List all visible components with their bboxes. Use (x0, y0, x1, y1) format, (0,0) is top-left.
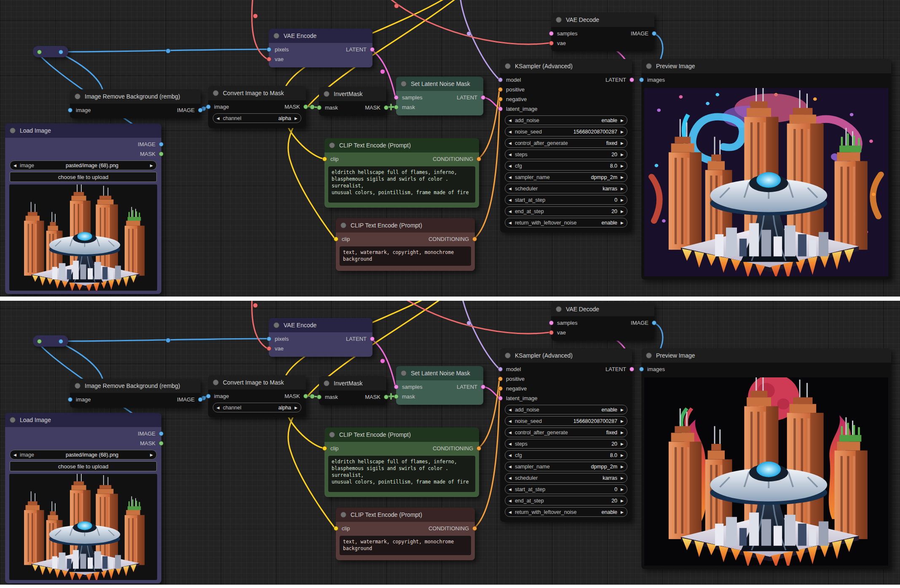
node-rembg[interactable]: Image Remove Background (rembg)imageIMAG… (70, 379, 201, 408)
widget-right-arrow-icon[interactable]: ▶ (150, 453, 153, 457)
reroute-input-dot[interactable] (37, 50, 42, 54)
widget-end-at-step[interactable]: ◀end_at_step20▶ (505, 496, 627, 505)
prompt-textarea[interactable]: text, watermark, copyright, monochrome b… (340, 536, 471, 555)
node-titlebar[interactable]: Set Latent Noise Mask (396, 366, 483, 380)
collapse-dot[interactable] (213, 90, 219, 96)
port-latent-image-input[interactable] (498, 396, 503, 401)
node-preview[interactable]: Preview Imageimages (641, 59, 891, 280)
node-titlebar[interactable]: KSampler (Advanced) (500, 348, 632, 363)
widget-left-arrow-icon[interactable]: ◀ (509, 118, 512, 123)
widget-right-arrow-icon[interactable]: ▶ (621, 130, 624, 134)
widget-return-with-leftover-noise[interactable]: ◀return_with_leftover_noiseenable▶ (505, 507, 627, 517)
widget-right-arrow-icon[interactable]: ▶ (621, 487, 624, 492)
port-latent-output[interactable] (481, 95, 485, 100)
widget-sampler-name[interactable]: ◀sampler_namedpmpp_2m▶ (505, 172, 627, 182)
widget-add-noise[interactable]: ◀add_noiseenable▶ (505, 405, 627, 414)
port-mask-input[interactable] (394, 394, 399, 399)
node-clip-neg[interactable]: CLIP Text Encode (Prompt)clipCONDITIONIN… (336, 218, 475, 271)
port-mask-output[interactable] (159, 441, 163, 446)
port-image-output[interactable] (159, 431, 163, 436)
node-titlebar[interactable]: Image Remove Background (rembg) (70, 379, 201, 393)
widget-start-at-step[interactable]: ◀start_at_step0▶ (505, 195, 627, 205)
reroute-output-dot[interactable] (59, 50, 63, 54)
widget-left-arrow-icon[interactable]: ◀ (217, 406, 220, 410)
port-clip-input[interactable] (334, 526, 338, 531)
collapsed-reroute-node[interactable] (33, 46, 68, 57)
collapse-dot[interactable] (556, 306, 562, 312)
widget-left-arrow-icon[interactable]: ◀ (509, 221, 512, 225)
widget-steps[interactable]: ◀steps20▶ (505, 439, 627, 449)
node-titlebar[interactable]: KSampler (Advanced) (500, 59, 632, 73)
workflow-canvas-top[interactable]: Load ImageIMAGEMASK◀imagepasted/image (6… (0, 0, 900, 297)
widget-right-arrow-icon[interactable]: ▶ (621, 476, 624, 480)
widget-left-arrow-icon[interactable]: ◀ (509, 187, 512, 191)
collapse-dot[interactable] (401, 370, 407, 376)
port-mask-output[interactable] (303, 394, 308, 398)
widget-add-noise[interactable]: ◀add_noiseenable▶ (505, 115, 627, 125)
port-image-output[interactable] (159, 142, 163, 147)
node-set-latent[interactable]: Set Latent Noise MasksamplesLATENTmask (396, 77, 483, 115)
widget-right-arrow-icon[interactable]: ▶ (621, 164, 624, 168)
collapse-dot[interactable] (273, 322, 279, 328)
node-titlebar[interactable]: Image Remove Background (rembg) (70, 89, 201, 104)
port-negative-input[interactable] (498, 97, 503, 102)
node-titlebar[interactable]: VAE Encode (269, 29, 372, 43)
widget-right-arrow-icon[interactable]: ▶ (621, 198, 624, 202)
widget-left-arrow-icon[interactable]: ◀ (509, 487, 512, 492)
prompt-textarea[interactable]: eldritch hellscape full of flames, infer… (328, 166, 475, 203)
widget-sampler-name[interactable]: ◀sampler_namedpmpp_2m▶ (505, 462, 627, 471)
node-titlebar[interactable]: Preview Image (641, 59, 891, 73)
widget-left-arrow-icon[interactable]: ◀ (509, 499, 512, 503)
node-titlebar[interactable]: Load Image (5, 413, 161, 427)
node-titlebar[interactable]: CLIP Text Encode (Prompt) (336, 218, 475, 233)
port-pixels-input[interactable] (267, 47, 271, 52)
port-image-output[interactable] (198, 397, 203, 402)
collapse-dot[interactable] (213, 380, 219, 385)
widget-left-arrow-icon[interactable]: ◀ (509, 152, 512, 157)
widget-right-arrow-icon[interactable]: ▶ (295, 406, 297, 410)
widget-right-arrow-icon[interactable]: ▶ (621, 408, 624, 412)
port-mask-output[interactable] (384, 105, 388, 110)
port-images-input[interactable] (639, 78, 644, 82)
port-latent-output[interactable] (370, 337, 375, 341)
widget-left-arrow-icon[interactable]: ◀ (13, 453, 16, 457)
port-latent-output[interactable] (629, 367, 634, 372)
port-samples-input[interactable] (394, 385, 399, 389)
node-load-image[interactable]: Load ImageIMAGEMASK◀imagepasted/image (6… (5, 413, 161, 583)
node-clip-pos[interactable]: CLIP Text Encode (Prompt)clipCONDITIONIN… (324, 428, 479, 497)
port-conditioning-output[interactable] (472, 237, 477, 241)
widget-left-arrow-icon[interactable]: ◀ (509, 175, 512, 179)
node-titlebar[interactable]: Convert Image to Mask (208, 86, 306, 100)
widget-right-arrow-icon[interactable]: ▶ (621, 221, 624, 225)
port-mask-output[interactable] (303, 104, 308, 109)
port-samples-input[interactable] (549, 31, 554, 36)
port-vae-input[interactable] (549, 330, 554, 335)
widget-left-arrow-icon[interactable]: ◀ (509, 408, 512, 412)
widget-return-with-leftover-noise[interactable]: ◀return_with_leftover_noiseenable▶ (505, 218, 627, 227)
port-image-input[interactable] (68, 397, 72, 402)
widget-left-arrow-icon[interactable]: ◀ (509, 198, 512, 202)
widget-left-arrow-icon[interactable]: ◀ (509, 442, 512, 446)
workflow-canvas-bottom[interactable]: Load ImageIMAGEMASK◀imagepasted/image (6… (0, 301, 900, 585)
port-mask-output[interactable] (159, 152, 163, 156)
prompt-textarea[interactable]: text, watermark, copyright, monochrome b… (340, 246, 471, 266)
collapse-dot[interactable] (273, 33, 279, 39)
port-positive-input[interactable] (498, 377, 503, 381)
widget-left-arrow-icon[interactable]: ◀ (509, 130, 512, 134)
port-image-output[interactable] (198, 108, 203, 112)
node-clip-pos[interactable]: CLIP Text Encode (Prompt)clipCONDITIONIN… (324, 138, 479, 208)
port-mask-input[interactable] (317, 395, 321, 399)
widget-right-arrow-icon[interactable]: ▶ (621, 453, 624, 457)
node-titlebar[interactable]: VAE Encode (269, 318, 372, 332)
widget-noise-seed[interactable]: ◀noise_seed156680208700287▶ (505, 416, 627, 426)
collapse-dot[interactable] (324, 380, 329, 386)
collapse-dot[interactable] (10, 128, 16, 134)
node-invert[interactable]: InvertMaskmaskMASK (319, 376, 386, 405)
port-samples-input[interactable] (394, 95, 399, 100)
node-titlebar[interactable]: Set Latent Noise Mask (396, 77, 483, 91)
port-latent-output[interactable] (629, 78, 634, 82)
widget-left-arrow-icon[interactable]: ◀ (509, 419, 512, 423)
collapse-dot[interactable] (340, 512, 346, 518)
node-titlebar[interactable]: VAE Decode (551, 302, 654, 316)
port-model-input[interactable] (498, 78, 503, 82)
